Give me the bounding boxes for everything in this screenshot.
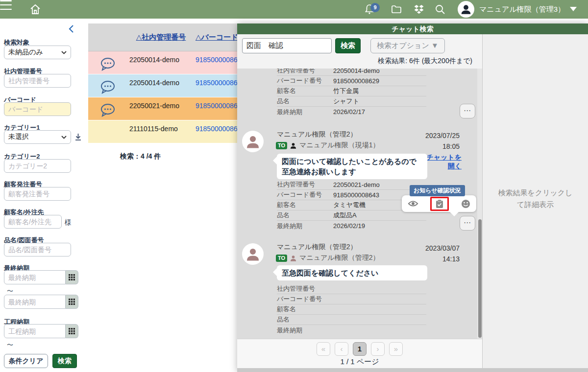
chat-result-item[interactable]: 社内管理番号22050014-demo バーコード番号9185000008629… [237,69,482,125]
final-due-from [4,270,78,284]
chevron-down-icon [61,51,67,54]
more-actions-button[interactable]: ⋯ [460,104,475,118]
customer-name-input[interactable] [4,215,62,229]
chat-search-bar: 検索 検索オプション ▼ 検索結果: 6件 (最大200件まで) [237,34,482,69]
to-badge: TO [276,142,287,149]
folder-icon[interactable] [391,3,402,15]
sender-name: マニュアル権限（管理2） [277,130,357,139]
person-icon [290,142,297,149]
process-due-input[interactable] [4,324,66,338]
search-filter-sidebar: 検索対象 未納品のみ 社内管理番号 バーコード カテゴリー1 未選択 カテゴリー… [0,19,88,372]
eye-icon[interactable] [408,200,418,208]
page-count-label: 1 / 1 ページ [340,357,379,367]
more-actions-button[interactable]: ⋯ [460,216,475,231]
item-name-input[interactable] [4,243,71,256]
message-actions-popup [402,195,476,212]
calendar-icon[interactable] [66,270,78,284]
scrollbar-track[interactable] [477,69,482,339]
process-due-tilde: 〜 [7,341,13,349]
customer-order-no-input[interactable] [4,187,71,201]
smiley-icon[interactable] [461,199,470,209]
detail-panel: 検索結果をクリックして詳細表示 [482,34,588,368]
chat-result-item[interactable]: マニュアル権限（管理2） TO マニュアル権限（現場1） 2023/07/25 … [237,126,482,240]
avatar [242,243,264,265]
search-target-select[interactable]: 未納品のみ [4,46,71,59]
user-name-label[interactable]: マニュアル権限（管理3）:... [479,5,565,14]
process-due-from [4,324,78,338]
barcode-cell[interactable]: 918500000863 [196,79,241,87]
chat-bubble-icon[interactable] [99,56,117,72]
chat-search-input[interactable] [242,38,332,53]
last-page-button[interactable]: » [389,342,403,356]
chat-message-bubble: 図面について確認したいことがあるので至急連絡お願いします [277,154,427,179]
person-icon [245,246,261,262]
modal-title: チャット検索 [237,23,588,34]
next-page-button[interactable]: › [371,342,385,356]
calendar-icon[interactable] [66,295,78,309]
download-to-bar-icon[interactable] [74,133,82,141]
sidebar-search-button[interactable]: 検索 [52,354,77,368]
recipient-name: マニュアル権限（管理2） [299,254,379,262]
result-count-label: 検索結果: 6件 (最大200件まで) [378,57,472,66]
to-badge: TO [276,255,287,262]
pagination: « ‹ 1 › » 1 / 1 ページ [237,339,482,368]
chat-message-bubble: 至急図面を確認してください [277,265,427,280]
calendar-icon[interactable] [66,324,78,338]
chat-results-list: 社内管理番号22050014-demo バーコード番号9185000008629… [237,69,482,339]
barcode-input[interactable] [4,102,71,116]
internal-no-cell: 22050014-demo [127,74,194,97]
chevron-down-icon [61,136,67,139]
message-datetime: 2023/03/07 14:13 [425,243,460,264]
barcode-cell[interactable]: 918500000862 [196,56,241,64]
internal-no-cell: 21110115-demo [127,120,194,143]
chat-result-item[interactable]: マニュアル権限（管理2） TO マニュアル権限（管理2） 2023/03/07 … [237,240,482,339]
recipient-row: TO マニュアル権限（現場1） [276,141,380,150]
home-icon[interactable] [29,3,41,15]
highlight-red-box [430,197,449,211]
notification-count-badge: 9 [370,3,380,12]
message-datetime: 2023/07/25 18:05 [425,130,460,152]
menu-icon[interactable] [0,0,12,10]
recipient-name: マニュアル権限（現場1） [299,141,379,150]
person-icon [245,133,261,150]
final-due-to-input[interactable] [4,295,66,309]
collapse-sidebar-icon[interactable] [68,24,75,33]
sort-internal-no-header[interactable]: △社内管理番号 [136,33,186,42]
notice-status-tooltip: お知らせ確認状況 [410,185,465,196]
chat-search-modal: チャット検索 検索 検索オプション ▼ 検索結果: 6件 (最大200件まで) … [237,23,588,372]
chat-search-button[interactable]: 検索 [335,38,361,53]
dropbox-icon[interactable] [413,3,425,15]
search-icon[interactable] [434,3,446,15]
final-due-from-input[interactable] [4,270,66,284]
modal-bottom-strip [237,368,588,372]
barcode-cell[interactable]: 918500000864 [196,102,241,110]
open-chat-link[interactable]: チャットを開く [423,153,462,170]
prev-page-button[interactable]: ‹ [335,342,348,356]
chat-bubble-icon[interactable] [99,102,117,118]
search-options-button[interactable]: 検索オプション ▼ [370,38,445,53]
chevron-down-icon[interactable] [570,7,577,11]
internal-no-cell: 22050021-demo [127,97,194,120]
first-page-button[interactable]: « [317,342,330,356]
person-icon [290,255,297,262]
scrollbar-thumb[interactable] [478,219,482,338]
detail-hint-label: 検索結果をクリックして詳細表示 [483,187,588,210]
category1-select[interactable]: 未選択 [4,130,71,144]
top-navbar: 9 マニュアル権限（管理3）:... [0,0,588,19]
clipboard-check-icon[interactable] [436,199,443,209]
customer-suffix-label: 様 [65,218,72,227]
internal-no-cell: 22050014-demo [127,51,194,74]
chat-bubble-icon[interactable] [99,79,117,95]
final-due-to [4,295,78,309]
clear-conditions-button[interactable]: 条件クリア [4,354,48,368]
avatar [242,131,264,152]
barcode-cell[interactable]: 918500000861 [196,125,241,133]
user-avatar[interactable] [458,1,474,18]
sender-name: マニュアル権限（管理2） [277,243,357,252]
person-icon [460,3,472,16]
recipient-row: TO マニュアル権限（管理2） [276,254,380,262]
internal-no-input[interactable] [4,74,71,88]
current-page-button[interactable]: 1 [353,342,367,356]
category2-input[interactable] [4,159,71,173]
